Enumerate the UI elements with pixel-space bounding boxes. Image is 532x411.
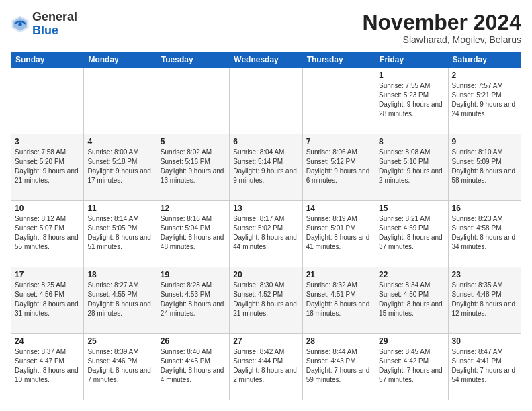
table-row: 28Sunrise: 8:44 AMSunset: 4:43 PMDayligh… [302, 334, 375, 400]
day-info: Sunrise: 8:16 AMSunset: 5:04 PMDaylight:… [161, 215, 224, 250]
logo-icon [11, 15, 30, 34]
day-info: Sunrise: 8:27 AMSunset: 4:55 PMDaylight:… [87, 281, 151, 317]
table-row: 15Sunrise: 8:21 AMSunset: 4:59 PMDayligh… [375, 201, 448, 267]
table-row: 29Sunrise: 8:45 AMSunset: 4:42 PMDayligh… [375, 334, 448, 400]
col-monday: Monday [84, 52, 157, 68]
table-row [157, 68, 229, 134]
table-row: 17Sunrise: 8:25 AMSunset: 4:56 PMDayligh… [11, 267, 84, 334]
day-number: 28 [306, 336, 371, 346]
day-info: Sunrise: 8:30 AMSunset: 4:52 PMDaylight:… [233, 281, 297, 317]
day-info: Sunrise: 7:58 AMSunset: 5:20 PMDaylight:… [15, 148, 79, 184]
table-row: 13Sunrise: 8:17 AMSunset: 5:02 PMDayligh… [230, 201, 302, 267]
day-info: Sunrise: 8:25 AMSunset: 4:56 PMDaylight:… [15, 281, 79, 317]
day-number: 5 [161, 137, 226, 146]
day-number: 26 [161, 336, 226, 346]
page: General Blue November 2024 Slawharad, Mo… [0, 0, 532, 411]
day-info: Sunrise: 8:44 AMSunset: 4:43 PMDaylight:… [306, 348, 370, 383]
day-info: Sunrise: 8:04 AMSunset: 5:14 PMDaylight:… [233, 148, 297, 184]
day-info: Sunrise: 8:45 AMSunset: 4:42 PMDaylight:… [379, 348, 443, 383]
table-row: 11Sunrise: 8:14 AMSunset: 5:05 PMDayligh… [84, 201, 157, 267]
header: General Blue November 2024 Slawharad, Mo… [11, 11, 521, 45]
day-info: Sunrise: 8:23 AMSunset: 4:58 PMDaylight:… [452, 215, 516, 250]
day-info: Sunrise: 8:32 AMSunset: 4:51 PMDaylight:… [306, 281, 370, 317]
title-block: November 2024 Slawharad, Mogilev, Belaru… [362, 11, 521, 45]
day-info: Sunrise: 8:08 AMSunset: 5:10 PMDaylight:… [379, 148, 443, 184]
table-row [302, 68, 375, 134]
day-info: Sunrise: 7:57 AMSunset: 5:21 PMDaylight:… [452, 82, 516, 118]
col-thursday: Thursday [302, 52, 375, 68]
table-row: 22Sunrise: 8:34 AMSunset: 4:50 PMDayligh… [375, 267, 448, 334]
day-number: 18 [87, 270, 152, 279]
day-info: Sunrise: 8:37 AMSunset: 4:47 PMDaylight:… [15, 348, 79, 383]
day-number: 2 [452, 71, 517, 80]
day-number: 30 [452, 336, 517, 346]
table-row: 19Sunrise: 8:28 AMSunset: 4:53 PMDayligh… [157, 267, 229, 334]
table-row: 8Sunrise: 8:08 AMSunset: 5:10 PMDaylight… [375, 134, 448, 201]
table-row: 10Sunrise: 8:12 AMSunset: 5:07 PMDayligh… [11, 201, 84, 267]
day-info: Sunrise: 8:02 AMSunset: 5:16 PMDaylight:… [161, 148, 224, 184]
day-number: 7 [306, 137, 371, 146]
day-info: Sunrise: 8:19 AMSunset: 5:01 PMDaylight:… [306, 215, 370, 250]
day-number: 17 [15, 270, 80, 279]
day-info: Sunrise: 8:39 AMSunset: 4:46 PMDaylight:… [87, 348, 151, 383]
day-info: Sunrise: 8:10 AMSunset: 5:09 PMDaylight:… [452, 148, 516, 184]
col-tuesday: Tuesday [157, 52, 229, 68]
day-info: Sunrise: 8:00 AMSunset: 5:18 PMDaylight:… [87, 148, 151, 184]
table-row: 5Sunrise: 8:02 AMSunset: 5:16 PMDaylight… [157, 134, 229, 201]
day-number: 29 [379, 336, 444, 346]
month-title: November 2024 [362, 11, 521, 34]
col-friday: Friday [375, 52, 448, 68]
table-row: 21Sunrise: 8:32 AMSunset: 4:51 PMDayligh… [302, 267, 375, 334]
day-number: 8 [379, 137, 444, 146]
day-info: Sunrise: 8:17 AMSunset: 5:02 PMDaylight:… [233, 215, 297, 250]
table-row: 9Sunrise: 8:10 AMSunset: 5:09 PMDaylight… [448, 134, 521, 201]
day-number: 4 [87, 137, 152, 146]
day-number: 23 [452, 270, 517, 279]
table-row: 12Sunrise: 8:16 AMSunset: 5:04 PMDayligh… [157, 201, 229, 267]
table-row: 20Sunrise: 8:30 AMSunset: 4:52 PMDayligh… [230, 267, 302, 334]
day-info: Sunrise: 8:34 AMSunset: 4:50 PMDaylight:… [379, 281, 443, 317]
logo-blue: Blue [32, 24, 77, 38]
calendar-week-row: 24Sunrise: 8:37 AMSunset: 4:47 PMDayligh… [11, 334, 521, 400]
table-row: 1Sunrise: 7:55 AMSunset: 5:23 PMDaylight… [375, 68, 448, 134]
table-row: 7Sunrise: 8:06 AMSunset: 5:12 PMDaylight… [302, 134, 375, 201]
table-row: 23Sunrise: 8:35 AMSunset: 4:48 PMDayligh… [448, 267, 521, 334]
day-info: Sunrise: 8:14 AMSunset: 5:05 PMDaylight:… [87, 215, 151, 250]
day-number: 6 [233, 137, 298, 146]
day-number: 10 [15, 203, 80, 213]
day-number: 22 [379, 270, 444, 279]
table-row: 4Sunrise: 8:00 AMSunset: 5:18 PMDaylight… [84, 134, 157, 201]
table-row [84, 68, 157, 134]
day-number: 12 [161, 203, 226, 213]
day-number: 25 [87, 336, 152, 346]
day-number: 3 [15, 137, 80, 146]
day-info: Sunrise: 8:47 AMSunset: 4:41 PMDaylight:… [452, 348, 516, 383]
calendar-week-row: 1Sunrise: 7:55 AMSunset: 5:23 PMDaylight… [11, 68, 521, 134]
calendar-week-row: 17Sunrise: 8:25 AMSunset: 4:56 PMDayligh… [11, 267, 521, 334]
day-info: Sunrise: 8:35 AMSunset: 4:48 PMDaylight:… [452, 281, 516, 317]
day-number: 21 [306, 270, 371, 279]
day-number: 11 [87, 203, 152, 213]
day-number: 13 [233, 203, 298, 213]
table-row: 25Sunrise: 8:39 AMSunset: 4:46 PMDayligh… [84, 334, 157, 400]
table-row: 6Sunrise: 8:04 AMSunset: 5:14 PMDaylight… [230, 134, 302, 201]
calendar-week-row: 10Sunrise: 8:12 AMSunset: 5:07 PMDayligh… [11, 201, 521, 267]
day-number: 16 [452, 203, 517, 213]
table-row: 2Sunrise: 7:57 AMSunset: 5:21 PMDaylight… [448, 68, 521, 134]
col-sunday: Sunday [11, 52, 84, 68]
table-row: 24Sunrise: 8:37 AMSunset: 4:47 PMDayligh… [11, 334, 84, 400]
table-row: 16Sunrise: 8:23 AMSunset: 4:58 PMDayligh… [448, 201, 521, 267]
logo-general: General [32, 11, 77, 24]
calendar-header-row: Sunday Monday Tuesday Wednesday Thursday… [11, 52, 521, 68]
day-number: 15 [379, 203, 444, 213]
table-row [11, 68, 84, 134]
logo: General Blue [11, 11, 77, 38]
col-saturday: Saturday [448, 52, 521, 68]
day-info: Sunrise: 8:42 AMSunset: 4:44 PMDaylight:… [233, 348, 297, 383]
col-wednesday: Wednesday [230, 52, 302, 68]
calendar-table: Sunday Monday Tuesday Wednesday Thursday… [11, 52, 521, 400]
table-row: 3Sunrise: 7:58 AMSunset: 5:20 PMDaylight… [11, 134, 84, 201]
table-row: 14Sunrise: 8:19 AMSunset: 5:01 PMDayligh… [302, 201, 375, 267]
day-info: Sunrise: 8:12 AMSunset: 5:07 PMDaylight:… [15, 215, 79, 250]
day-number: 14 [306, 203, 371, 213]
